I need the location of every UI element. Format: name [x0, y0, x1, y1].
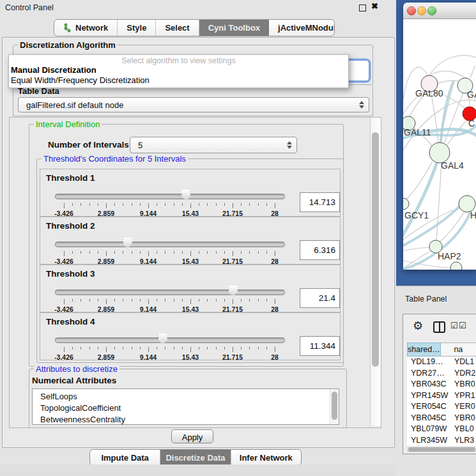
network-window-titlebar[interactable]	[403, 3, 476, 19]
table-panel-title: Table Panel	[405, 295, 447, 303]
network-edge[interactable]	[429, 71, 465, 78]
group-title: Interval Definition	[34, 119, 102, 129]
slider-thumb[interactable]	[123, 238, 132, 249]
list-item[interactable]: TopologicalCoefficient	[33, 403, 339, 414]
threshold-slider[interactable]: -3.4262.8599.14415.4321.71528	[55, 190, 284, 216]
table-row[interactable]: YLR345WYLR3	[407, 435, 476, 447]
network-node[interactable]	[403, 198, 409, 210]
tab-network[interactable]: Network	[54, 20, 118, 36]
scrollbar-thumb[interactable]	[408, 447, 475, 452]
spinner-arrows-icon	[359, 101, 364, 109]
threshold-value-field[interactable]: 6.316	[300, 240, 340, 260]
dropdown-option-manual[interactable]: Manual Discretization	[11, 65, 96, 75]
threshold-panel: Threshold 2 -3.4262.8599.14415.4321.7152…	[40, 217, 341, 265]
table-data-combobox[interactable]: galFiltered.sif default node	[18, 97, 369, 112]
tab-style[interactable]: Style	[118, 20, 156, 36]
network-node[interactable]	[450, 262, 462, 270]
vertical-scrollbar[interactable]	[370, 118, 381, 426]
table-row[interactable]: YDR27…YDR2	[407, 368, 476, 380]
threshold-slider[interactable]: -3.4262.8599.14415.4321.71528	[55, 334, 284, 360]
slider-thumb[interactable]	[181, 190, 190, 201]
tab-infer-network[interactable]: Infer Network	[231, 450, 301, 465]
slider-thumb[interactable]	[158, 334, 167, 344]
threshold-value-field[interactable]: 11.344	[300, 336, 340, 356]
node-label: GCY1	[404, 210, 429, 220]
close-traffic-light-icon[interactable]	[407, 6, 416, 15]
float-window-icon[interactable]	[359, 4, 366, 12]
list-scrollbar[interactable]	[330, 389, 339, 424]
network-edge[interactable]	[403, 247, 429, 250]
threshold-slider[interactable]: -3.4262.8599.14415.4321.71528	[55, 286, 284, 312]
settings-gear-icon[interactable]: ⚙	[413, 319, 423, 333]
bottom-strip	[0, 464, 396, 476]
network-edge[interactable]	[403, 162, 437, 238]
threshold-label: Threshold 4	[46, 317, 95, 326]
table-row[interactable]: YPR145WYPR1	[407, 390, 476, 402]
table-row[interactable]: YBR043CYBR0	[407, 379, 476, 390]
checkbox-icon[interactable]: ☑	[459, 321, 466, 330]
tab-discretize-data[interactable]: Discretize Data	[160, 450, 231, 465]
tab-cyni-toolbox[interactable]: Cyni Toolbox	[199, 20, 269, 36]
slider-ticks	[64, 251, 275, 257]
node-label: C	[468, 118, 475, 128]
threshold-slider[interactable]: -3.4262.8599.14415.4321.71528	[55, 238, 284, 264]
combo-value: galFiltered.sif default node	[19, 100, 123, 110]
scrollbar-thumb[interactable]	[372, 132, 379, 367]
minimize-traffic-light-icon[interactable]	[417, 6, 426, 15]
table-cell: YER0	[449, 401, 476, 413]
threshold-label: Threshold 1	[46, 173, 95, 183]
list-item[interactable]: SelfLoops	[33, 391, 339, 403]
slider-thumb[interactable]	[229, 286, 238, 296]
table-cell: YBR043C	[407, 379, 449, 390]
apply-button[interactable]: Apply	[171, 429, 213, 443]
network-graph[interactable]: GAL80GACGAL11GAL4GCY1HHAP2	[403, 19, 476, 270]
table-row[interactable]: YDL19…YDL1	[407, 357, 476, 368]
slider-scale-labels: -3.4262.8599.14415.4321.71528	[64, 353, 275, 361]
combo-value: 5	[130, 141, 142, 150]
number-of-intervals-combobox[interactable]: 5	[130, 137, 297, 153]
dropdown-prompt: Select algorithm to view settings	[9, 56, 348, 65]
table-cell: YLR345W	[407, 435, 449, 447]
numerical-attributes-list[interactable]: SelfLoopsTopologicalCoefficientBetweenne…	[32, 388, 339, 425]
threshold-label: Threshold 2	[46, 221, 95, 231]
node-table: shared… na YDL19…YDL1YDR27…YDR2YBR043CYB…	[407, 342, 476, 446]
table-cell: YBL0	[449, 424, 476, 435]
table-row[interactable]: YBL079WYBL0	[407, 424, 476, 435]
network-window[interactable]: GAL80GACGAL11GAL4GCY1HHAP2	[403, 3, 476, 270]
node-label: H	[470, 210, 476, 220]
bottom-tab-bar: Impute Data Discretize Data Infer Networ…	[89, 449, 302, 466]
table-cell: YDL19…	[407, 357, 449, 368]
threshold-panel: Threshold 3 -3.4262.8599.14415.4321.7152…	[40, 265, 341, 312]
table-row[interactable]: YER054CYER0	[407, 401, 476, 413]
list-item[interactable]: BetweennessCentrality	[33, 414, 339, 425]
table-cell: YPR1	[449, 390, 476, 402]
close-icon[interactable]: ✖	[371, 1, 378, 11]
network-edge[interactable]	[436, 163, 441, 240]
node-label: HAP2	[438, 251, 461, 261]
numerical-attributes-heading: Numerical Attributes	[32, 376, 116, 385]
algorithm-dropdown-popup: Select algorithm to view settings Manual…	[8, 54, 349, 88]
table-row[interactable]: YBR045CYBR0	[407, 413, 476, 424]
zoom-traffic-light-icon[interactable]	[427, 6, 436, 15]
network-icon	[63, 23, 72, 33]
network-edge[interactable]	[470, 65, 475, 78]
table-cell: YPR145W	[407, 390, 449, 402]
table-body: YDL19…YDL1YDR27…YDR2YBR043CYBR0YPR145WYP…	[407, 357, 476, 446]
threshold-value-field[interactable]: 21.4	[300, 288, 340, 308]
tab-jactivemnodules[interactable]: jActiveMNodules	[269, 20, 335, 36]
network-canvas[interactable]: GAL80GACGAL11GAL4GCY1HHAP2	[403, 19, 476, 270]
tab-impute-data[interactable]: Impute Data	[90, 450, 160, 465]
table-cell: YBR0	[449, 379, 476, 390]
column-header-name[interactable]: na	[441, 342, 476, 357]
number-of-intervals-label: Number of Intervals	[48, 140, 129, 150]
horizontal-scrollbar[interactable]	[407, 447, 476, 452]
checkbox-icon[interactable]: ☑	[450, 321, 458, 330]
column-header-shared[interactable]: shared…	[407, 342, 441, 357]
slider-ticks	[64, 203, 275, 209]
threshold-value-field[interactable]: 14.713	[300, 192, 340, 212]
tab-select[interactable]: Select	[156, 20, 199, 36]
tab-label: Network	[75, 23, 108, 33]
table-cell: YER054C	[407, 401, 449, 413]
split-columns-icon[interactable]	[433, 321, 445, 333]
dropdown-option-equal-width[interactable]: Equal Width/Frequency Discretization	[11, 75, 150, 85]
